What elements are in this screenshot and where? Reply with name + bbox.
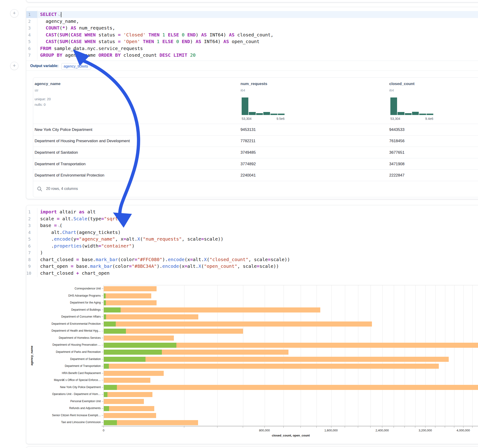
- table-cell: 3677651: [389, 147, 404, 158]
- histogram-range-labels: 53,3049.4e6: [390, 117, 433, 120]
- gridline: [415, 285, 415, 426]
- table-row[interactable]: Department of Environmental Protection22…: [33, 169, 478, 181]
- y-axis-tick: [102, 303, 103, 303]
- bar-open: [104, 343, 176, 348]
- bar-closed: [104, 385, 478, 390]
- gridline: [284, 285, 284, 426]
- code-line[interactable]: 4 CAST(SUM(CASE WHEN status = 'Closed' T…: [26, 31, 478, 38]
- code-line[interactable]: 10chart_closed + chart_open: [26, 270, 478, 277]
- code-line[interactable]: 9chart_open = base.mark_bar(color="#8BC3…: [26, 263, 478, 270]
- table-cell: 7618456: [389, 136, 404, 147]
- column-header-agency_name[interactable]: agency_name: [35, 81, 60, 86]
- code-line[interactable]: 7): [26, 249, 478, 256]
- table-cell: 7782211: [240, 136, 256, 147]
- x-axis-tick: [184, 426, 184, 428]
- x-axis-tick-label: 1,600,000: [324, 429, 338, 432]
- result-table: agency_namestrunique: 20nulls: 0num_requ…: [33, 77, 478, 197]
- y-axis-tick: [102, 408, 103, 409]
- column-type: i64: [240, 88, 245, 92]
- line-number: 1: [26, 11, 31, 18]
- code-line[interactable]: 8chart_closed = base.mark_bar(color="#FF…: [26, 256, 478, 263]
- y-axis-label: Department of Consumer Affairs: [22, 313, 101, 320]
- histogram-bar: [270, 114, 277, 115]
- python-code-editor[interactable]: 1import altair as alt2scale = alt.Scale(…: [26, 209, 478, 277]
- bar-closed: [104, 413, 156, 418]
- bar-open: [104, 364, 109, 369]
- table-cell: Department of Transportation: [35, 158, 86, 170]
- y-axis-label: Department of Housing Preservation …: [22, 341, 101, 348]
- histogram-range-labels: 53,3049.5e6: [242, 117, 284, 120]
- x-axis-tick: [217, 426, 217, 428]
- add-cell-button-top[interactable]: +: [10, 9, 19, 18]
- line-number: 6: [26, 45, 31, 52]
- table-row[interactable]: New York City Police Department945313194…: [33, 124, 478, 136]
- gridline: [472, 285, 473, 426]
- line-number: 3: [26, 25, 31, 31]
- y-axis-label: Operations Unit - Department of Hom…: [22, 391, 101, 398]
- x-axis-tick: [331, 426, 331, 428]
- x-axis-tick: [382, 426, 382, 428]
- y-axis-label: Department of Buildings: [22, 306, 101, 313]
- bar-open: [104, 314, 106, 319]
- x-axis-tick: [358, 426, 358, 428]
- code-line[interactable]: 1SELECT: [26, 11, 478, 18]
- table-cell: Department of Housing Preservation and D…: [35, 136, 130, 147]
- x-axis-tick-label: 0: [103, 429, 104, 432]
- bar-closed: [104, 322, 372, 327]
- x-axis-tick: [345, 426, 345, 428]
- y-axis-label: Department of Health and Mental Hyg…: [22, 327, 101, 334]
- code-line[interactable]: 7GROUP BY agency_name ORDER BY closed_co…: [26, 52, 478, 59]
- code-line[interactable]: 2scale = alt.Scale(type="sqrt"): [26, 216, 478, 222]
- table-row[interactable]: Department of Transportation377489234719…: [33, 158, 478, 170]
- code-line[interactable]: 5 .encode(y="agency_name", x=alt.X("num_…: [26, 236, 478, 243]
- code-line[interactable]: 2 agency_name,: [26, 18, 478, 25]
- gridline: [454, 285, 454, 426]
- line-number: 2: [26, 18, 31, 25]
- sql-code-editor[interactable]: 1SELECT 2 agency_name,3 COUNT(*) AS num_…: [26, 11, 478, 59]
- previous-cell-edge: [26, 0, 478, 2]
- gridline: [184, 285, 184, 426]
- y-axis-label: Department of Homeless Services: [22, 334, 101, 342]
- gridline: [345, 285, 345, 426]
- line-number: 6: [26, 243, 31, 249]
- line-number: 7: [26, 52, 31, 59]
- x-axis-line: [102, 426, 478, 426]
- histogram-bar: [419, 114, 426, 115]
- bar-open: [104, 350, 162, 355]
- code-line[interactable]: 6 .properties(width="container"): [26, 243, 478, 249]
- output-variable-chip[interactable]: agency_tickets: [61, 63, 91, 70]
- gridline: [371, 285, 371, 426]
- y-axis-tick: [102, 366, 103, 366]
- gridline: [265, 285, 265, 426]
- column-header-closed_count[interactable]: closed_count: [389, 81, 415, 86]
- gridline: [217, 285, 218, 426]
- column-type: str: [35, 88, 38, 92]
- gridline: [425, 285, 426, 426]
- code-line[interactable]: 3base = (: [26, 222, 478, 229]
- code-line[interactable]: 3 COUNT(*) AS num_requests,: [26, 25, 478, 31]
- gridline: [317, 285, 317, 426]
- y-axis-tick: [102, 415, 103, 416]
- code-line[interactable]: 6FROM sample_data.nyc.service_requests: [26, 45, 478, 52]
- column-type: i64: [389, 88, 394, 92]
- divider: [26, 70, 478, 71]
- code-line[interactable]: 4 alt.Chart(agency_tickets): [26, 229, 478, 236]
- x-axis-tick: [301, 426, 301, 428]
- x-axis-tick: [445, 426, 445, 428]
- y-axis-title: agency_name: [30, 339, 33, 372]
- column-header-num_requests[interactable]: num_requests: [240, 81, 267, 86]
- output-variable-label: Output variable:: [30, 64, 59, 68]
- gridline: [464, 285, 464, 426]
- search-icon[interactable]: [37, 186, 42, 192]
- y-axis-label: Taxi and Limousine Commission: [22, 419, 101, 426]
- table-cell: 2222847: [389, 170, 404, 181]
- bar-open: [104, 329, 126, 334]
- table-row[interactable]: Department of Housing Preservation and D…: [33, 135, 478, 147]
- x-axis-tick: [104, 426, 104, 428]
- code-line[interactable]: 1import altair as alt: [26, 209, 478, 216]
- add-cell-button-output[interactable]: +: [10, 62, 19, 70]
- y-axis-label: Personal Exemption Unit: [22, 398, 101, 405]
- code-line[interactable]: 5 CAST(SUM(CASE WHEN status = 'Open' THE…: [26, 38, 478, 45]
- table-row[interactable]: Department of Sanitation37494853677651: [33, 147, 478, 158]
- x-axis-tick: [264, 426, 265, 428]
